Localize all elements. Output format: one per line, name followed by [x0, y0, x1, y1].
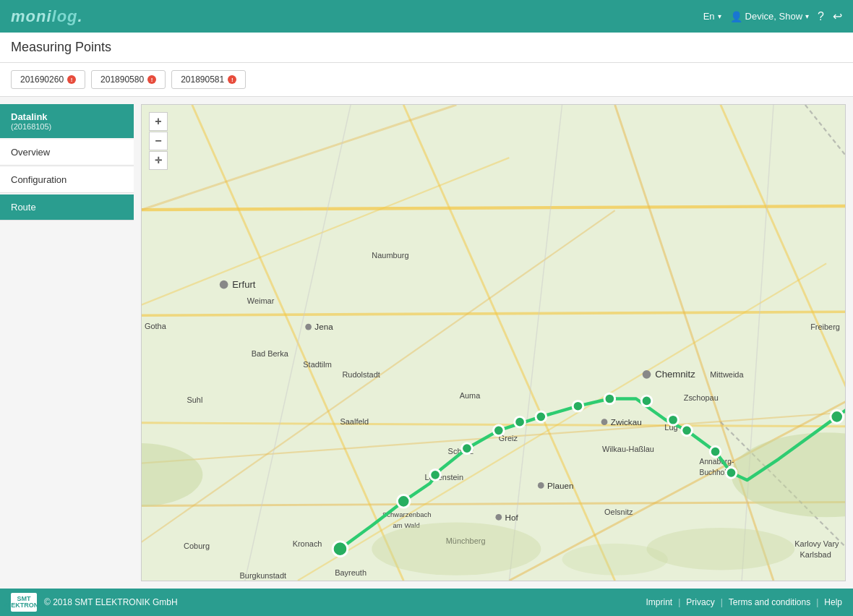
svg-text:Oelsnitz: Oelsnitz [604, 508, 633, 516]
svg-point-81 [494, 425, 505, 436]
page-title-bar: Measuring Points [0, 33, 853, 63]
footer-logo-text: SMTELEKTRONIK [3, 596, 46, 609]
footer-sep-1: | [678, 597, 680, 607]
sidebar-configuration-label: Configuration [11, 174, 67, 185]
language-selector[interactable]: En ▾ [703, 11, 721, 22]
zoom-out-button[interactable]: − [149, 132, 168, 150]
sidebar-item-configuration[interactable]: Configuration [0, 167, 134, 193]
header-nav: En ▾ 👤 Device, Show ▾ ? ↩ [703, 9, 842, 23]
alert-dot-0: ! [67, 75, 76, 84]
sidebar-item-overview[interactable]: Overview [0, 140, 134, 166]
svg-text:Chemnitz: Chemnitz [655, 369, 695, 380]
svg-text:Karlsbad: Karlsbad [800, 550, 831, 559]
footer: SMTELEKTRONIK © 2018 SMT ELEKTRONIK GmbH… [0, 589, 853, 616]
svg-text:Stadtilm: Stadtilm [303, 360, 332, 369]
svg-point-79 [430, 469, 441, 480]
pan-button[interactable]: ✛ [149, 151, 168, 170]
svg-point-84 [573, 401, 583, 411]
tab-label-0: 201690260 [20, 74, 64, 85]
alert-dot-2: ! [228, 75, 236, 84]
logout-icon[interactable]: ↩ [833, 9, 842, 23]
map-controls: + − ✛ [149, 112, 168, 170]
map-background: + − ✛ [142, 105, 845, 581]
user-icon: 👤 [730, 11, 742, 22]
svg-point-89 [710, 446, 721, 457]
svg-text:Kronach: Kronach [293, 539, 322, 548]
footer-logo: SMTELEKTRONIK [11, 593, 37, 612]
user-chevron-icon: ▾ [805, 12, 809, 20]
tab-201690260[interactable]: 201690260 ! [11, 70, 85, 89]
user-menu[interactable]: 👤 Device, Show ▾ [730, 11, 809, 22]
svg-point-85 [604, 393, 615, 404]
svg-rect-0 [142, 105, 845, 581]
footer-terms-link[interactable]: Terms and conditions [729, 597, 810, 607]
tab-201890581[interactable]: 201890581 ! [171, 70, 246, 89]
sidebar-top-title: Datalink [11, 111, 123, 122]
user-label: Device, Show [745, 11, 802, 22]
logo: monilog. [11, 7, 83, 26]
svg-text:Wilkau-Haßlau: Wilkau-Haßlau [602, 445, 654, 453]
svg-point-80 [462, 443, 473, 454]
svg-point-90 [726, 468, 737, 479]
svg-text:Bad Berka: Bad Berka [252, 349, 289, 358]
svg-text:Saalfeld: Saalfeld [340, 417, 369, 426]
svg-text:Zwickau: Zwickau [611, 417, 642, 427]
help-icon[interactable]: ? [818, 10, 824, 23]
svg-point-75 [647, 528, 795, 570]
body-layout: Datalink (20168105) Overview Configurati… [0, 97, 853, 589]
footer-links: Imprint | Privacy | Terms and conditions… [646, 597, 842, 607]
svg-text:Erfurt: Erfurt [232, 279, 256, 290]
tab-label-1: 201890580 [100, 74, 144, 85]
svg-text:Plauen: Plauen [547, 481, 573, 490]
svg-point-20 [220, 281, 228, 289]
svg-text:Naumburg: Naumburg [372, 251, 408, 260]
svg-point-87 [668, 414, 679, 425]
sidebar-top-subtitle: (20168105) [11, 122, 123, 131]
svg-point-26 [601, 419, 608, 425]
svg-text:Zschopau: Zschopau [684, 393, 719, 402]
svg-point-88 [682, 425, 693, 436]
svg-text:Coburg: Coburg [184, 542, 210, 550]
tab-bar: 201690260 ! 201890580 ! 201890581 ! [0, 63, 853, 97]
svg-text:Karlovy Vary: Karlovy Vary [794, 539, 839, 548]
footer-sep-2: | [721, 597, 723, 607]
svg-point-73 [372, 523, 541, 576]
footer-imprint-link[interactable]: Imprint [646, 597, 673, 607]
svg-text:Weimar: Weimar [247, 296, 275, 305]
footer-sep-3: | [816, 597, 818, 607]
svg-text:Gotha: Gotha [145, 322, 167, 330]
svg-point-78 [397, 495, 410, 508]
footer-copyright: © 2018 SMT ELEKTRONIK GmbH [44, 597, 178, 607]
svg-point-30 [495, 514, 502, 521]
svg-text:Jena: Jena [314, 322, 333, 331]
svg-text:Mittweida: Mittweida [710, 370, 744, 379]
sidebar-item-route[interactable]: Route [0, 194, 134, 221]
svg-point-77 [333, 542, 347, 556]
svg-point-22 [305, 324, 312, 330]
zoom-in-button[interactable]: + [149, 112, 168, 131]
svg-point-83 [536, 411, 546, 422]
header: monilog. En ▾ 👤 Device, Show ▾ ? ↩ [0, 0, 853, 33]
sidebar: Datalink (20168105) Overview Configurati… [0, 97, 134, 589]
lang-chevron-icon: ▾ [718, 12, 721, 20]
lang-label: En [703, 11, 715, 22]
tab-label-2: 201890581 [181, 74, 224, 85]
svg-point-91 [831, 411, 844, 424]
footer-privacy-link[interactable]: Privacy [686, 597, 714, 607]
svg-text:Annaberg-: Annaberg- [700, 458, 734, 466]
svg-point-28 [538, 482, 544, 489]
map-container: + − ✛ [141, 104, 846, 581]
svg-text:Hof: Hof [505, 513, 519, 522]
svg-point-86 [641, 395, 652, 406]
svg-point-24 [643, 370, 651, 379]
alert-dot-1: ! [147, 75, 156, 84]
map-svg: Erfurt Jena Chemnitz Zwickau Plauen Hof … [142, 105, 845, 581]
sidebar-route-label: Route [11, 202, 36, 213]
footer-left: SMTELEKTRONIK © 2018 SMT ELEKTRONIK GmbH [11, 593, 178, 612]
footer-help-link[interactable]: Help [824, 597, 842, 607]
svg-text:Burgkunstadt: Burgkunstadt [240, 571, 287, 580]
svg-point-82 [515, 416, 526, 427]
svg-text:Rudolstadt: Rudolstadt [342, 370, 380, 379]
svg-text:Suhl: Suhl [187, 395, 202, 404]
tab-201890580[interactable]: 201890580 ! [91, 70, 166, 89]
